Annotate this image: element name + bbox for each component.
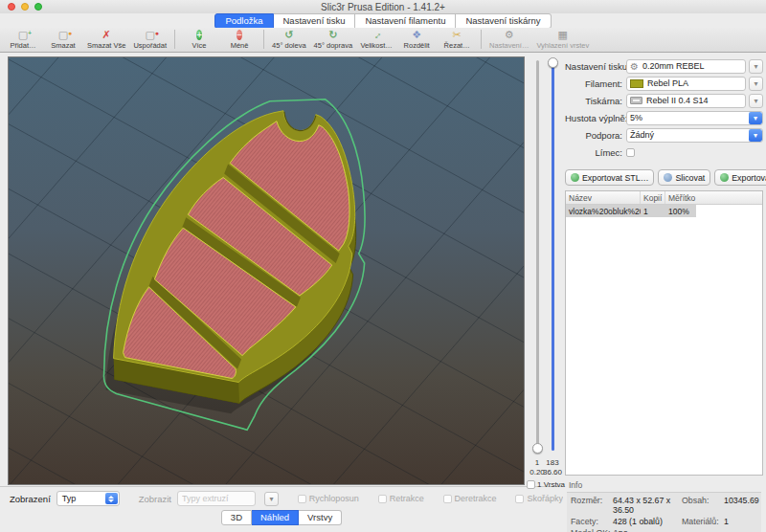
rotate-left-button[interactable]: ↺ 45° doleva bbox=[269, 29, 309, 50]
column-nazev[interactable]: Název bbox=[566, 191, 641, 204]
filament-color-swatch-icon bbox=[630, 79, 643, 88]
info-title: Info bbox=[569, 480, 761, 490]
more-copies-button[interactable]: + Více bbox=[180, 29, 218, 50]
fewer-copies-button[interactable]: − Méně bbox=[220, 29, 259, 50]
brim-checkbox[interactable] bbox=[626, 148, 635, 157]
cut-button[interactable]: ✂ Řezat… bbox=[438, 29, 476, 50]
add-button[interactable]: ▢+ Přidat… bbox=[4, 29, 42, 50]
preview-3d-viewport[interactable] bbox=[8, 56, 525, 485]
arrange-button[interactable]: ▢● Uspořádat bbox=[130, 29, 169, 50]
single-layer-toggle[interactable]: 1 Vrstva bbox=[527, 480, 565, 489]
printer-icon bbox=[630, 97, 642, 104]
main-tab-row: Podložka Nastavení tisku Nastavení filam… bbox=[0, 13, 766, 28]
add-copy-icon: + bbox=[196, 29, 202, 41]
volume-label: Obsah: bbox=[682, 496, 724, 515]
tab-podlozka[interactable]: Podložka bbox=[214, 13, 273, 29]
delete-all-icon: ✗ bbox=[102, 29, 111, 41]
column-meritko[interactable]: Měřítko bbox=[665, 191, 696, 204]
split-icon: ❖ bbox=[412, 29, 421, 41]
infill-density-select[interactable]: 5% ▾ bbox=[626, 111, 763, 125]
arrange-icon: ▢● bbox=[146, 29, 155, 41]
export-stl-icon bbox=[571, 173, 579, 182]
materials-label: Materiálů: bbox=[682, 517, 724, 526]
object-copies-cell: 1 bbox=[641, 205, 665, 217]
infill-row: Hustota výplně: 5% ▾ bbox=[565, 109, 763, 126]
infill-label: Hustota výplně: bbox=[565, 113, 626, 123]
layer-smoothing-button[interactable]: ▦ Vyhlazení vrstev bbox=[533, 29, 592, 50]
unretractions-checkbox[interactable]: Deretrakce bbox=[443, 494, 497, 503]
window-controls bbox=[8, 3, 42, 11]
filament-label: Filament: bbox=[565, 78, 626, 89]
printer-label: Tiskárna: bbox=[565, 96, 626, 106]
travel-checkbox[interactable]: Rychloposun bbox=[298, 494, 359, 503]
brim-label: Límec: bbox=[565, 147, 626, 158]
zobrazit-label: Zobrazit bbox=[139, 494, 171, 504]
remove-copy-icon: − bbox=[237, 29, 242, 41]
object-table-row[interactable]: vlozka%20obluk%204.stl 1 100% bbox=[566, 205, 762, 217]
rotate-left-icon: ↺ bbox=[284, 29, 293, 41]
layer-slider-max[interactable] bbox=[552, 60, 554, 451]
column-kopii[interactable]: Kopií bbox=[641, 191, 665, 204]
tab-nastaveni-filamentu[interactable]: Nastavení filamentu bbox=[355, 13, 456, 29]
view-tab-nahled[interactable]: Náhled bbox=[252, 510, 299, 525]
object-settings-button[interactable]: ⚙ Nastavení… bbox=[486, 29, 531, 50]
toolbar-separator bbox=[263, 30, 264, 49]
filament-dropdown-button[interactable]: ▾ bbox=[749, 77, 763, 91]
scale-button[interactable]: ↔ Velikost… bbox=[357, 29, 395, 50]
rotate-right-icon: ↻ bbox=[328, 29, 337, 41]
minimize-window-button[interactable] bbox=[21, 3, 29, 11]
brim-row: Límec: bbox=[565, 144, 763, 161]
extrusion-types-dropdown-button[interactable]: ▾ bbox=[264, 492, 279, 506]
add-object-icon: ▢+ bbox=[18, 29, 28, 41]
print-settings-dropdown-button[interactable]: ▾ bbox=[749, 59, 763, 74]
rotate-right-button[interactable]: ↻ 45° doprava bbox=[311, 29, 356, 50]
export-gcode-button[interactable]: Exportovat G-kód… bbox=[714, 169, 766, 186]
filament-combo[interactable]: Rebel PLA bbox=[626, 77, 746, 91]
support-select[interactable]: Žádný ▾ bbox=[626, 128, 763, 143]
view-tab-vrstvy[interactable]: Vrstvy bbox=[299, 510, 342, 525]
tab-nastaveni-tiskarny[interactable]: Nastavení tiskárny bbox=[456, 13, 551, 29]
fullscreen-window-button[interactable] bbox=[34, 3, 42, 11]
toolbar-separator bbox=[481, 30, 482, 49]
single-layer-checkbox[interactable] bbox=[527, 480, 535, 489]
object-name-cell: vlozka%20obluk%204.stl bbox=[566, 205, 641, 217]
model-ok-value: Ano bbox=[613, 528, 682, 532]
toolbar-separator bbox=[174, 30, 175, 49]
delete-button[interactable]: ▢● Smazat bbox=[44, 29, 82, 50]
layer-smoothing-icon: ▦ bbox=[558, 29, 568, 41]
printer-row: Tiskárna: Rebel II 0.4 S14 ▾ bbox=[565, 92, 763, 109]
size-value: 64.43 x 52.67 x 36.50 bbox=[613, 496, 682, 515]
printer-dropdown-button[interactable]: ▾ bbox=[749, 94, 763, 108]
chevron-down-icon: ▾ bbox=[749, 112, 762, 124]
shells-checkbox[interactable]: Skořápky bbox=[515, 494, 563, 503]
filament-row: Filament: Rebel PLA ▾ bbox=[565, 75, 763, 92]
retractions-checkbox[interactable]: Retrakce bbox=[378, 494, 424, 503]
slice-button[interactable]: Slicovat bbox=[658, 169, 710, 186]
split-button[interactable]: ❖ Rozdělit bbox=[397, 29, 436, 50]
select-stepper-icon bbox=[105, 493, 118, 504]
print-settings-combo[interactable]: ⚙ 0.20mm REBEL bbox=[626, 59, 746, 74]
delete-object-icon: ▢● bbox=[58, 29, 68, 41]
zobrazeni-label: Zobrazení bbox=[10, 494, 51, 504]
scale-icon: ↔ bbox=[372, 29, 382, 41]
delete-all-button[interactable]: ✗ Smazat Vše bbox=[84, 29, 128, 50]
materials-value: 1 bbox=[724, 517, 759, 526]
display-mode-select[interactable]: Typ bbox=[56, 491, 120, 506]
facets-value: 428 (1 obalů) bbox=[613, 517, 682, 526]
close-window-button[interactable] bbox=[8, 3, 15, 11]
extrusion-types-input[interactable] bbox=[177, 491, 256, 506]
export-actions: Exportovat STL… Slicovat Exportovat G-kó… bbox=[565, 169, 763, 186]
info-grid: Rozměr: 64.43 x 52.67 x 36.50 Obsah: 103… bbox=[567, 492, 761, 532]
view-mode-tabs: 3D Náhled Vrstvy bbox=[221, 510, 342, 525]
object-scale-cell: 100% bbox=[665, 205, 696, 217]
printer-combo[interactable]: Rebel II 0.4 S14 bbox=[626, 94, 746, 108]
layer-slider-min[interactable] bbox=[536, 60, 539, 451]
info-section: Info Rozměr: 64.43 x 52.67 x 36.50 Obsah… bbox=[565, 476, 763, 532]
view-tab-3d[interactable]: 3D bbox=[221, 510, 252, 525]
export-stl-button[interactable]: Exportovat STL… bbox=[565, 169, 654, 186]
layer-slider-max-handle[interactable] bbox=[548, 57, 558, 68]
tab-nastaveni-tisku[interactable]: Nastavení tisku bbox=[274, 13, 356, 29]
export-gcode-icon bbox=[720, 173, 729, 182]
print-settings-row: Nastavení tisku: ⚙ 0.20mm REBEL ▾ bbox=[565, 57, 763, 75]
layer-slider-min-handle[interactable] bbox=[532, 443, 543, 454]
